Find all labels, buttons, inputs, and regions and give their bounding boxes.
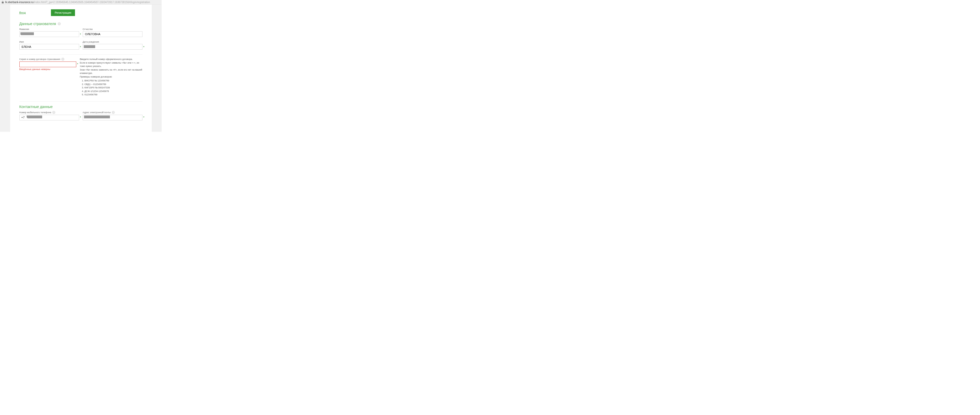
patronymic-field: Отчество — [83, 28, 143, 37]
policyholder-section-title: Данные страхователя ? — [19, 22, 143, 26]
contract-input[interactable] — [19, 62, 76, 67]
help-icon[interactable]: ? — [58, 22, 61, 25]
contract-label-text: Серия и номер договора страхования — [19, 58, 60, 60]
required-star: * — [77, 63, 78, 66]
auth-tabs: Вход Регистрация — [19, 9, 143, 16]
required-star: * — [80, 116, 81, 119]
contract-examples-list: ВМСР50 № 123456789 ОВД1 – 0123456789 КМГ… — [84, 79, 143, 97]
address-path: /index.html?_ga=2.193945645.1240453505.1… — [33, 1, 150, 4]
contract-example: ДСЖ-1/1234-12345678 — [84, 90, 143, 93]
contract-help-text: Введите полный номер оформленного догово… — [80, 58, 143, 97]
contract-help-line2: Если в номере присутствуют символы «№» и… — [80, 61, 143, 68]
page-background: Вход Регистрация Данные страхователя ? Ф… — [0, 5, 162, 132]
contract-example: ОВД1 – 0123456789 — [84, 83, 143, 86]
contract-help-line1: Введите полный номер оформленного догово… — [80, 58, 143, 61]
phone-input[interactable] — [19, 115, 79, 120]
patronymic-label: Отчество — [83, 28, 143, 30]
contract-example: 0123456789 — [84, 93, 143, 97]
required-star: * — [80, 33, 81, 36]
required-star: * — [143, 116, 145, 119]
contract-help-examples-title: Примеры номеров договоров: — [80, 75, 143, 79]
help-icon[interactable]: ? — [112, 111, 115, 114]
contact-section-title: Контактные данные — [19, 105, 143, 109]
contract-example: ВМСР50 № 123456789 — [84, 79, 143, 83]
phone-label: Номер мобильного телефона ? — [19, 111, 79, 114]
help-icon[interactable]: ? — [52, 111, 55, 114]
page-container: Вход Регистрация Данные страхователя ? Ф… — [10, 5, 152, 132]
required-star: * — [143, 46, 145, 49]
register-tab[interactable]: Регистрация — [51, 9, 75, 16]
dob-label: Дата рождения — [83, 41, 143, 43]
email-label-text: Адрес электронной почты — [83, 111, 111, 114]
address-host: lk.sberbank-insurance.ru — [5, 1, 33, 4]
dob-field: Дата рождения * — [83, 41, 143, 50]
contract-field: Серия и номер договора страхования ? * В… — [19, 58, 76, 71]
login-tab[interactable]: Вход — [19, 11, 26, 14]
lastname-label: Фамилия — [19, 28, 79, 30]
firstname-input[interactable] — [19, 44, 79, 50]
lastname-field: Фамилия * — [19, 28, 79, 37]
contract-error: Введённые данные неверны — [19, 68, 76, 71]
phone-label-text: Номер мобильного телефона — [19, 111, 51, 114]
help-icon[interactable]: ? — [61, 58, 64, 61]
address-bar: lk.sberbank-insurance.ru/index.html?_ga=… — [0, 0, 162, 5]
contact-title-text: Контактные данные — [19, 105, 53, 109]
policyholder-title-text: Данные страхователя — [19, 22, 56, 26]
contract-example: КМГ15Р0 № 000247339 — [84, 86, 143, 90]
firstname-field: Имя * — [19, 41, 79, 50]
email-label: Адрес электронной почты ? — [83, 111, 143, 114]
contract-label: Серия и номер договора страхования ? — [19, 58, 76, 61]
dob-input[interactable] — [83, 44, 143, 50]
contract-help-line3: Знак «№» можно заменить на «#», если его… — [80, 68, 143, 75]
required-star: * — [80, 46, 81, 49]
email-input[interactable] — [83, 115, 143, 120]
phone-field: Номер мобильного телефона ? +7 * — [19, 111, 79, 120]
lock-icon — [2, 1, 4, 3]
patronymic-input[interactable] — [83, 31, 143, 37]
firstname-label: Имя — [19, 41, 79, 43]
lastname-input[interactable] — [19, 31, 79, 37]
email-field: Адрес электронной почты ? * — [83, 111, 143, 120]
